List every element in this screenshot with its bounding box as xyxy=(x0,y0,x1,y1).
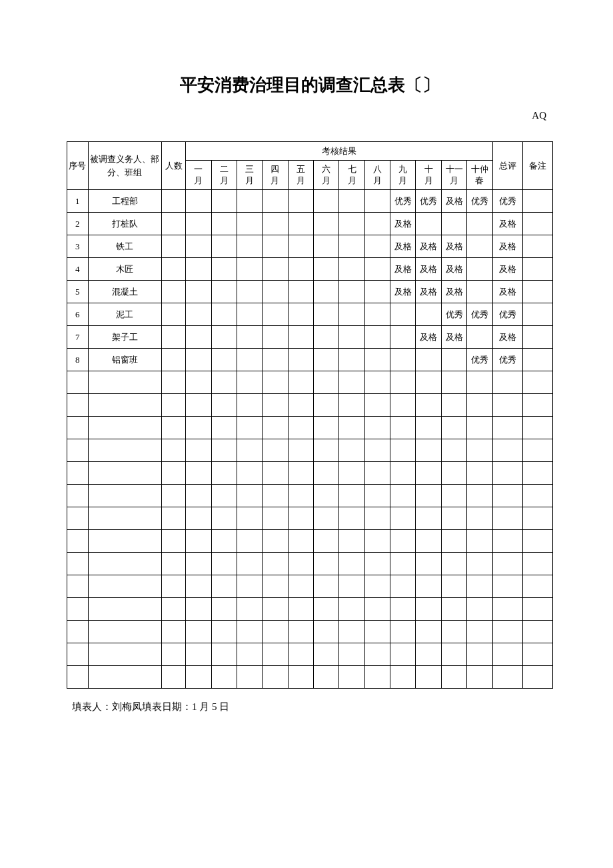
cell-month-8 xyxy=(364,349,390,371)
cell-month-2 xyxy=(211,371,237,394)
cell-seq: 5 xyxy=(67,281,89,303)
cell-month-10 xyxy=(416,666,441,689)
cell-month-7 xyxy=(339,530,364,553)
cell-month-10 xyxy=(416,462,441,485)
cell-month-11: 及格 xyxy=(441,326,466,349)
cell-month-2 xyxy=(211,281,237,303)
cell-month-8 xyxy=(364,462,390,485)
cell-month-4 xyxy=(263,417,288,439)
cell-month-7 xyxy=(339,575,364,598)
cell-month-11 xyxy=(441,485,466,507)
table-row xyxy=(67,530,553,553)
cell-month-12 xyxy=(467,621,493,643)
cell-month-1 xyxy=(186,190,211,213)
cell-month-9: 优秀 xyxy=(390,190,416,213)
cell-month-10 xyxy=(416,303,441,326)
cell-month-9 xyxy=(390,553,416,575)
cell-month-6 xyxy=(314,598,339,621)
cell-month-3 xyxy=(237,326,262,349)
cell-count xyxy=(162,281,186,303)
cell-month-12 xyxy=(467,462,493,485)
cell-month-8 xyxy=(364,485,390,507)
cell-month-3 xyxy=(237,553,262,575)
table-row xyxy=(67,507,553,530)
cell-month-7 xyxy=(339,507,364,530)
cell-month-6 xyxy=(314,621,339,643)
cell-seq xyxy=(67,621,89,643)
cell-month-12: 优秀 xyxy=(467,303,493,326)
cell-month-2 xyxy=(211,394,237,417)
cell-month-6 xyxy=(314,394,339,417)
header-month-2: 二月 xyxy=(211,161,237,190)
cell-month-11 xyxy=(441,666,466,689)
cell-month-3 xyxy=(237,666,262,689)
cell-name xyxy=(88,417,162,439)
cell-month-3 xyxy=(237,235,262,258)
cell-month-1 xyxy=(186,462,211,485)
cell-month-6 xyxy=(314,235,339,258)
cell-month-5 xyxy=(288,258,313,281)
cell-month-4 xyxy=(263,326,288,349)
cell-seq: 4 xyxy=(67,258,89,281)
cell-month-10 xyxy=(416,371,441,394)
cell-month-10: 及格 xyxy=(416,281,441,303)
cell-month-5 xyxy=(288,507,313,530)
cell-month-1 xyxy=(186,666,211,689)
cell-month-3 xyxy=(237,190,262,213)
cell-month-7 xyxy=(339,621,364,643)
cell-seq xyxy=(67,666,89,689)
cell-remark xyxy=(522,462,552,485)
cell-month-5 xyxy=(288,371,313,394)
cell-month-11: 优秀 xyxy=(441,303,466,326)
cell-month-11: 及格 xyxy=(441,281,466,303)
cell-name xyxy=(88,371,162,394)
table-row xyxy=(67,417,553,439)
cell-month-9 xyxy=(390,598,416,621)
cell-month-1 xyxy=(186,326,211,349)
cell-month-8 xyxy=(364,643,390,666)
cell-month-11 xyxy=(441,349,466,371)
cell-month-9 xyxy=(390,417,416,439)
cell-remark xyxy=(522,258,552,281)
cell-name: 工程部 xyxy=(88,190,162,213)
cell-count xyxy=(162,530,186,553)
cell-month-4 xyxy=(263,553,288,575)
cell-remark xyxy=(522,507,552,530)
table-row xyxy=(67,598,553,621)
cell-count xyxy=(162,258,186,281)
header-month-12: 十仲春 xyxy=(467,161,493,190)
header-month-7: 七月 xyxy=(339,161,364,190)
cell-count xyxy=(162,666,186,689)
cell-month-9 xyxy=(390,439,416,462)
cell-month-6 xyxy=(314,213,339,235)
cell-name xyxy=(88,643,162,666)
cell-count xyxy=(162,575,186,598)
cell-month-3 xyxy=(237,303,262,326)
cell-summary xyxy=(492,553,522,575)
cell-seq xyxy=(67,462,89,485)
cell-month-8 xyxy=(364,281,390,303)
table-row xyxy=(67,439,553,462)
cell-remark xyxy=(522,326,552,349)
cell-month-10 xyxy=(416,643,441,666)
cell-month-1 xyxy=(186,349,211,371)
cell-month-6 xyxy=(314,326,339,349)
cell-month-5 xyxy=(288,235,313,258)
cell-month-4 xyxy=(263,190,288,213)
cell-month-5 xyxy=(288,349,313,371)
table-row xyxy=(67,485,553,507)
cell-month-8 xyxy=(364,575,390,598)
table-row: 2打桩队及格及格 xyxy=(67,213,553,235)
cell-month-2 xyxy=(211,621,237,643)
cell-count xyxy=(162,349,186,371)
cell-seq xyxy=(67,530,89,553)
cell-month-3 xyxy=(237,485,262,507)
cell-month-3 xyxy=(237,417,262,439)
table-row: 4木匠及格及格及格及格 xyxy=(67,258,553,281)
cell-month-7 xyxy=(339,281,364,303)
cell-month-8 xyxy=(364,507,390,530)
cell-month-4 xyxy=(263,371,288,394)
header-month-9: 九月 xyxy=(390,161,416,190)
cell-month-8 xyxy=(364,666,390,689)
cell-month-10 xyxy=(416,598,441,621)
